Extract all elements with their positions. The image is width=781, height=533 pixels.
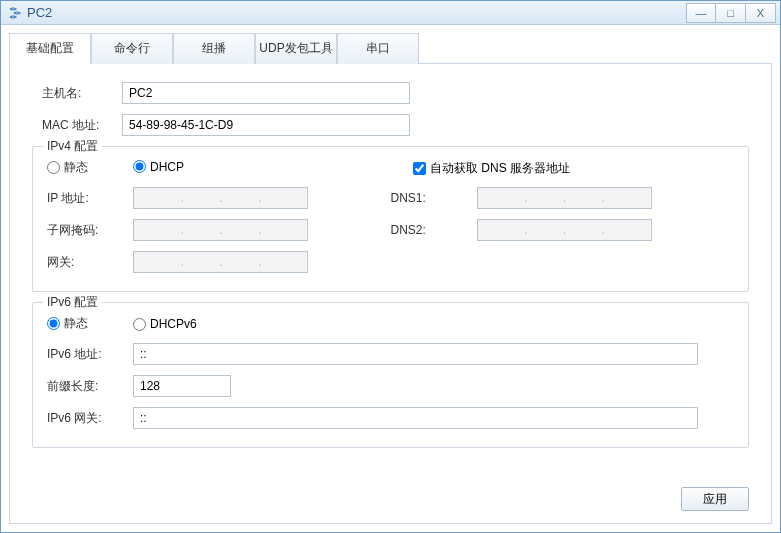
minimize-button[interactable]: — xyxy=(686,3,716,23)
ipv4-cols: IP 地址:... 子网掩码:... 网关:... DNS1:... DNS2:… xyxy=(47,187,734,283)
ipv4-dhcp-radio[interactable]: DHCP xyxy=(133,160,184,174)
ipv6-addr-input[interactable] xyxy=(133,343,698,365)
tab-serial[interactable]: 串口 xyxy=(337,33,419,64)
ipv4-static-radio[interactable]: 静态 xyxy=(47,159,88,176)
apply-button[interactable]: 应用 xyxy=(681,487,749,511)
ipv6-static-radio[interactable]: 静态 xyxy=(47,315,88,332)
hostname-row: 主机名: xyxy=(32,82,749,104)
ipv6-prefix-label: 前缀长度: xyxy=(47,378,133,395)
tab-bar: 基础配置 命令行 组播 UDP发包工具 串口 xyxy=(9,33,772,64)
ipv6-static-label: 静态 xyxy=(64,315,88,332)
ipv4-auto-dns-label: 自动获取 DNS 服务器地址 xyxy=(430,160,570,177)
ipv4-dhcp-label: DHCP xyxy=(150,160,184,174)
ipv4-mode-row: 静态 DHCP 自动获取 DNS 服务器地址 xyxy=(47,159,734,177)
ipv4-static-cell: 静态 xyxy=(47,159,133,177)
ipv6-gw-label: IPv6 网关: xyxy=(47,410,133,427)
ipv4-dhcp-cell: DHCP xyxy=(133,160,413,177)
dns2-input[interactable]: ... xyxy=(477,219,652,241)
dns1-input[interactable]: ... xyxy=(477,187,652,209)
tab-multicast[interactable]: 组播 xyxy=(173,33,255,64)
dns2-label: DNS2: xyxy=(391,223,477,237)
ipv6-gw-input[interactable] xyxy=(133,407,698,429)
ipv6-addr-label: IPv6 地址: xyxy=(47,346,133,363)
ipv4-legend: IPv4 配置 xyxy=(43,138,102,155)
hostname-label: 主机名: xyxy=(32,85,122,102)
ipv4-left-col: IP 地址:... 子网掩码:... 网关:... xyxy=(47,187,391,283)
ipv6-dhcp-radio[interactable]: DHCPv6 xyxy=(133,317,197,331)
mac-row: MAC 地址: xyxy=(32,114,749,136)
ipv4-auto-dns-checkbox[interactable]: 自动获取 DNS 服务器地址 xyxy=(413,160,570,177)
titlebar: PC2 — □ X xyxy=(1,1,780,25)
gw-input[interactable]: ... xyxy=(133,251,308,273)
ipv6-static-cell: 静态 xyxy=(47,315,133,333)
tab-content: 主机名: MAC 地址: IPv4 配置 静态 DHCP 自动获取 DNS 服务… xyxy=(9,64,772,524)
ip-label: IP 地址: xyxy=(47,190,133,207)
ipv6-dhcp-label: DHCPv6 xyxy=(150,317,197,331)
close-button[interactable]: X xyxy=(746,3,776,23)
ip-input[interactable]: ... xyxy=(133,187,308,209)
mask-input[interactable]: ... xyxy=(133,219,308,241)
tab-basic[interactable]: 基础配置 xyxy=(9,33,91,64)
app-icon xyxy=(7,5,23,21)
tab-cli[interactable]: 命令行 xyxy=(91,33,173,64)
ipv6-prefix-input[interactable] xyxy=(133,375,231,397)
gw-label: 网关: xyxy=(47,254,133,271)
ipv6-legend: IPv6 配置 xyxy=(43,294,102,311)
ipv4-right-col: DNS1:... DNS2:... xyxy=(391,187,735,283)
window-controls: — □ X xyxy=(686,3,776,23)
maximize-button[interactable]: □ xyxy=(716,3,746,23)
mac-input[interactable] xyxy=(122,114,410,136)
window-body: 基础配置 命令行 组播 UDP发包工具 串口 主机名: MAC 地址: IPv4… xyxy=(1,25,780,532)
tab-udp[interactable]: UDP发包工具 xyxy=(255,33,337,64)
mac-label: MAC 地址: xyxy=(32,117,122,134)
hostname-input[interactable] xyxy=(122,82,410,104)
window-title: PC2 xyxy=(27,5,686,20)
mask-label: 子网掩码: xyxy=(47,222,133,239)
ipv4-group: IPv4 配置 静态 DHCP 自动获取 DNS 服务器地址 IP 地址:...… xyxy=(32,146,749,292)
ipv6-mode-row: 静态 DHCPv6 xyxy=(47,315,734,333)
dns1-label: DNS1: xyxy=(391,191,477,205)
app-window: PC2 — □ X 基础配置 命令行 组播 UDP发包工具 串口 主机名: MA… xyxy=(0,0,781,533)
ipv6-group: IPv6 配置 静态 DHCPv6 IPv6 地址: 前缀长度: IPv6 网关… xyxy=(32,302,749,448)
ipv4-static-label: 静态 xyxy=(64,159,88,176)
